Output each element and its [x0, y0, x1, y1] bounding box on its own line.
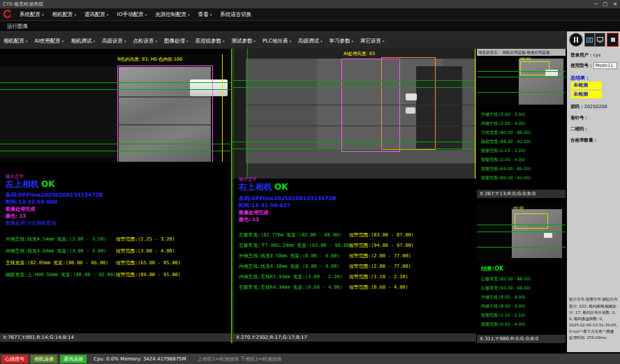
side-camera-image-top[interactable]: H0:93: [477, 56, 566, 106]
toolbar-tab-advanced-settings[interactable]: 高级设置▾: [98, 32, 130, 50]
edge-line-yellow: [475, 49, 475, 179]
toolbar-tab-camera-debug[interactable]: 相机调试▾: [67, 32, 98, 50]
toolbar-tab-camera-config[interactable]: 相机配置▾: [0, 32, 31, 50]
tab-label: 其它设置: [360, 38, 381, 45]
pass-count-label: 合格率数量：: [570, 137, 598, 144]
edge-line-green: [247, 49, 248, 179]
measurement-text: 内侧主线:主线R1.93mm 宽度:(1.00 - 2.20): [239, 273, 343, 280]
alarm-range-text: 报警范围:(94.00 - 97.00): [349, 242, 414, 249]
maximize-button[interactable]: □: [603, 1, 608, 7]
image-annotation: H0:93: [513, 206, 524, 210]
stats-line: 0, 检码条故障数: 0,: [569, 316, 619, 322]
stop-icon: [611, 38, 615, 42]
chevron-down-icon: ▾: [124, 39, 126, 43]
menu-item-io-manual-config[interactable]: IO手动配置 ▾: [113, 8, 152, 20]
batch-code-value: 20250208: [584, 104, 607, 109]
right-sidebar: 登录用户：cys 使用型号：Mode11 总结果： 未检测 未检测 底码：202…: [567, 31, 620, 352]
menu-item-system-config[interactable]: 系统配置 ▾: [15, 8, 48, 20]
login-user-label: 登录用户：: [570, 52, 593, 58]
model-label: 使用型号：: [570, 63, 593, 68]
small-measure-text: 报警范围:(65.00 - 85.00): [481, 166, 531, 172]
status-bar: 心跳信号 相机连接 通讯连接 Cpu: 0.0% Memory: 3424.41…: [0, 354, 620, 364]
small-measure-text: 内侧主线:(3.00 - 4.00): [481, 121, 525, 127]
window-title: CYS-视觉检测系统: [3, 0, 43, 8]
toolbar-tab-baseline-params[interactable]: 基准线参数▾: [191, 32, 228, 50]
measurement-row: 内侧主线:主线R1.93mm 宽度:(1.00 - 2.20) 报警范围:(1.…: [239, 273, 475, 282]
menu-item-camera-config[interactable]: 相机配置 ▾: [48, 8, 81, 20]
time-text: 时间:13-31-59-600: [6, 199, 57, 206]
menu-item-view[interactable]: 查看 ▾: [194, 8, 216, 20]
toolbar-tab-spot-check[interactable]: 点检设置▾: [129, 32, 161, 50]
tab-label: 高级调试: [298, 38, 319, 45]
measurement-text: 左极耳宽:(82.77mm 宽度:(82.00 - 88.00): [239, 232, 341, 238]
stats-line: 批计: 222, 检码条检测阈值:: [569, 303, 619, 310]
camera-icon: [586, 37, 593, 43]
pause-icon: [574, 37, 575, 43]
toolbar-tab-advanced-debug[interactable]: 高级调试▾: [295, 32, 326, 50]
pause-button[interactable]: [569, 33, 583, 47]
toolbar-tab-learning-params[interactable]: 学习参数▾: [325, 32, 357, 50]
menu-item-language-switch[interactable]: 系统语言切换: [216, 8, 256, 20]
chevron-down-icon: ▾: [155, 39, 157, 43]
toolbar-tab-test-params[interactable]: 测试参数▾: [228, 32, 259, 50]
camera-result-title: 左上相机OK: [6, 179, 55, 190]
measurement-text: 内侧主线:线宽4.60mm 宽度:(3.00 - 4.00): [6, 248, 106, 255]
chevron-down-icon: ▾: [75, 13, 77, 17]
cpu-memory-readout: Cpu: 0.0% Memory: 3424.41796875M: [94, 356, 186, 362]
tab-label: 测试参数: [231, 38, 252, 45]
chevron-down-icon: ▾: [383, 39, 385, 43]
alarm-range-text: 报警范围:(3.00 - 4.00): [116, 248, 175, 255]
image-annotation: N色的高度: 93; H0-色内值:100: [117, 56, 182, 63]
small-measure-text: 内侧主线:(8.00 - 9.00): [481, 303, 525, 310]
toolbar-tab-other-settings[interactable]: 其它设置▾: [357, 32, 388, 50]
menu-item-light-control-config[interactable]: 光源控制配置 ▾: [151, 8, 194, 20]
measurement-row: 隔膜宽度-上:H90.56mm 宽度:(88.00 - 92.00) 报警范围:…: [6, 271, 230, 280]
stats-line: 计: 17, 检码分布不良数: 0,: [569, 310, 619, 316]
toolbar-tab-image-processing[interactable]: 图像处理▾: [161, 32, 192, 50]
chevron-down-icon: ▾: [26, 39, 28, 43]
chevron-down-icon: ▾: [62, 39, 64, 43]
menu-item-comm-config[interactable]: 通讯配置 ▾: [80, 8, 113, 20]
tab-label: 相机调试: [71, 38, 91, 45]
toolbar-tab-plc-address[interactable]: PLC地址表▾: [259, 32, 295, 50]
pixel-coordinate-readout: X:7677,Y:891;R:14;G:14;B:14: [0, 333, 231, 342]
small-measure-text: 报警范围:(2.25 - 3.20): [481, 148, 525, 154]
small-measure-text: 外侧主线:(3.00 - 3.50): [481, 112, 525, 118]
model-value-box: Mode11: [593, 62, 617, 69]
measure-line: [477, 92, 566, 93]
menu-label: 查看: [198, 11, 209, 18]
camera-snapshot-button[interactable]: [584, 33, 595, 47]
process-note-text: 图像处理:左右相机联动: [6, 220, 57, 227]
measurement-text: 隔膜宽度-上:H90.56mm 宽度:(88.00 - 92.00): [6, 271, 116, 278]
side-camera-panel-bottom: H0:93 结果:OK 左极耳宽:(82.00 - 88.00) 右极耳宽:(9…: [477, 198, 566, 343]
camera-name: 左上相机: [6, 179, 39, 189]
app-logo-icon: [3, 10, 12, 19]
result-ok: OK: [41, 179, 55, 189]
menu-bar: 系统配置 ▾ 相机配置 ▾ 通讯配置 ▾ IO手动配置 ▾ 光源控制配置 ▾ 查…: [0, 8, 620, 21]
time-text: 时间:13-31-59-627: [239, 202, 290, 209]
camera-name: 右上相机: [239, 182, 272, 192]
measure-line: [233, 149, 476, 149]
alarm-range-text: 报警范围:(2.00 - 77.00): [349, 263, 411, 270]
stop-button[interactable]: [607, 33, 619, 47]
left-camera-image[interactable]: N色的高度: 93; H0-色内值:100: [0, 54, 230, 162]
needle-number-label: 卷针号：: [570, 115, 589, 121]
monitor-view-button[interactable]: [595, 33, 605, 47]
camera-result-title: 右上相机OK: [239, 181, 288, 193]
right-camera-panel: AI处理高度: 93 输出正常 右上相机OK 条码:OFFline2025020…: [232, 49, 476, 343]
side-camera-image-bottom[interactable]: H0:93: [477, 205, 566, 261]
run-image-row: 运行图像: [0, 21, 620, 31]
tab-label: 点检设置: [133, 38, 154, 45]
tab-label: 高级设置: [102, 38, 123, 45]
heartbeat-signal-button[interactable]: 心跳信号: [1, 355, 28, 363]
chevron-down-icon: ▾: [320, 39, 323, 43]
window-controls: ─ □ ✕: [594, 0, 617, 8]
minimize-button[interactable]: ─: [594, 1, 597, 7]
model-row: 使用型号：Mode11: [570, 62, 617, 69]
menu-label: 光源控制配置: [155, 11, 186, 18]
small-measure-text: 外侧主线:(8.00 - 9.00): [481, 294, 525, 301]
right-camera-image[interactable]: AI处理高度: 93: [233, 49, 476, 179]
close-button[interactable]: ✕: [613, 1, 617, 7]
tab-label: 相机配置: [3, 38, 24, 45]
toolbar-tab-ai-config[interactable]: AI使用配置▾: [31, 32, 68, 50]
